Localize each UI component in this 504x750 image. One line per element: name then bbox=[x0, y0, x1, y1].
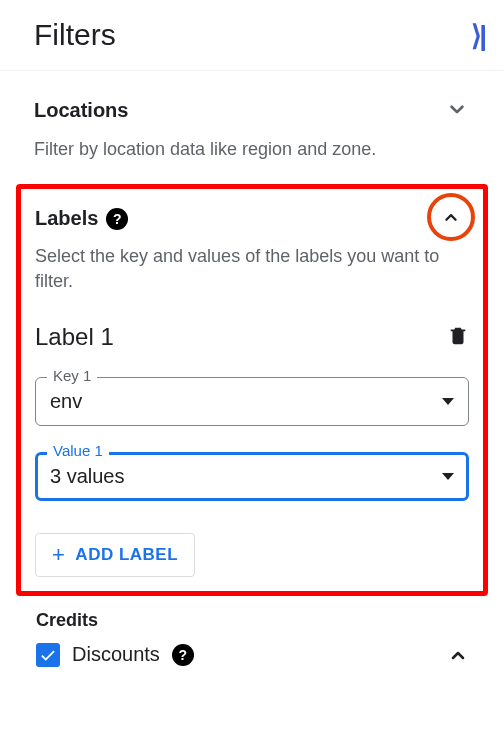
triangle-down-icon bbox=[442, 473, 454, 480]
plus-icon: + bbox=[52, 544, 65, 566]
credits-section: Credits Discounts ? bbox=[34, 610, 470, 667]
key-field-select[interactable]: env bbox=[35, 377, 469, 426]
value-field-value: 3 values bbox=[50, 465, 125, 488]
help-icon[interactable]: ? bbox=[172, 644, 194, 666]
discount-option[interactable]: Discounts ? bbox=[36, 643, 194, 667]
labels-title-group: Labels ? bbox=[35, 207, 128, 230]
triangle-down-icon bbox=[442, 398, 454, 405]
credits-title: Credits bbox=[36, 610, 470, 631]
locations-title: Locations bbox=[34, 99, 128, 122]
add-label-text: ADD LABEL bbox=[75, 545, 178, 565]
label-1-title: Label 1 bbox=[35, 323, 114, 351]
labels-title: Labels bbox=[35, 207, 98, 230]
key-field-label: Key 1 bbox=[47, 367, 97, 384]
labels-description: Select the key and values of the labels … bbox=[35, 244, 469, 294]
checkbox-checked-icon[interactable] bbox=[36, 643, 60, 667]
content-area: Locations Filter by location data like r… bbox=[0, 71, 504, 667]
delete-icon[interactable] bbox=[447, 324, 469, 350]
label-1-row: Label 1 bbox=[35, 323, 469, 351]
help-icon[interactable]: ? bbox=[106, 208, 128, 230]
credits-row: Discounts ? bbox=[36, 643, 470, 667]
key-field-value: env bbox=[50, 390, 82, 413]
page-title: Filters bbox=[34, 18, 116, 52]
key-field[interactable]: Key 1 env bbox=[35, 377, 469, 426]
discount-label: Discounts bbox=[72, 643, 160, 666]
locations-section-header[interactable]: Locations bbox=[34, 97, 470, 123]
highlight-circle bbox=[427, 193, 475, 241]
chevron-down-icon[interactable] bbox=[444, 97, 470, 123]
value-field[interactable]: Value 1 3 values bbox=[35, 452, 469, 501]
add-label-button[interactable]: + ADD LABEL bbox=[35, 533, 195, 577]
labels-section-header[interactable]: Labels ? bbox=[35, 207, 469, 230]
collapse-panel-icon[interactable]: ⟩| bbox=[471, 19, 484, 52]
labels-highlight-wrap: Labels ? Select the key and values of th… bbox=[16, 184, 488, 595]
locations-description: Filter by location data like region and … bbox=[34, 137, 470, 162]
labels-highlight-box: Labels ? Select the key and values of th… bbox=[16, 184, 488, 595]
value-field-select[interactable]: 3 values bbox=[35, 452, 469, 501]
value-field-label: Value 1 bbox=[47, 442, 109, 459]
filters-header: Filters ⟩| bbox=[0, 0, 504, 71]
chevron-up-icon[interactable] bbox=[446, 643, 470, 667]
chevron-up-icon[interactable] bbox=[440, 206, 462, 228]
